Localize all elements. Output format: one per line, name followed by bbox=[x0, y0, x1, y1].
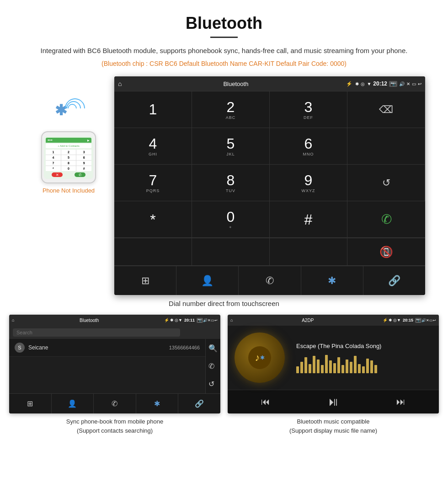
dial-key-8[interactable]: 8 TUV bbox=[192, 165, 270, 201]
eq-bar bbox=[300, 362, 303, 373]
eq-bar bbox=[317, 359, 320, 373]
dial-cell-empty-1: ⌫ bbox=[347, 91, 425, 128]
eq-bar bbox=[313, 356, 315, 373]
dial-key-0[interactable]: 0 + bbox=[192, 201, 270, 238]
dial-key-hash[interactable]: # bbox=[270, 201, 347, 238]
pb-bottom-nav: ⊞ 👤 ✆ ✱ 🔗 bbox=[9, 393, 220, 413]
nav-grid[interactable]: ⊞ bbox=[114, 266, 176, 295]
dial-cell-refresh[interactable]: ↺ bbox=[347, 165, 425, 201]
dial-key-9[interactable]: 9 WXYZ bbox=[270, 165, 347, 201]
phonebook-caption-line1: Sync phone-book from mobile phone bbox=[9, 417, 220, 426]
gps-icon: ◎ bbox=[361, 81, 365, 86]
dial-key-1[interactable]: 1 bbox=[114, 91, 192, 128]
next-button[interactable]: ⏭ bbox=[396, 397, 405, 407]
dial-key-star[interactable]: * bbox=[114, 201, 192, 238]
back-icon[interactable]: ↩ bbox=[418, 81, 421, 86]
volume-icon[interactable]: 🔊 bbox=[399, 81, 405, 86]
phone-key-4: 4 bbox=[46, 155, 61, 160]
bluetooth-album-icon: ✱ bbox=[260, 354, 265, 361]
music-panel: ⌂ A2DP ⚡ ✱ ◎ ▼ 20:15 📷 🔊 ✕ ▭ ↩ ♪ ✱ bbox=[228, 315, 439, 435]
main-caption: Dial number direct from touchscreen bbox=[0, 300, 448, 307]
music-controls: ⏮ ⏯ ⏭ bbox=[228, 390, 439, 413]
car-screen: ⌂ Bluetooth ⚡ ✱ ◎ ▼ 20:12 📷 🔊 ✕ ▭ ↩ 1 bbox=[114, 76, 425, 295]
play-pause-button[interactable]: ⏯ bbox=[327, 395, 339, 409]
phone-end-button: ✕ bbox=[52, 172, 63, 177]
refresh-side-icon[interactable]: ↺ bbox=[208, 380, 218, 388]
pb-gps-icon: ◎ bbox=[175, 318, 178, 322]
call-red-icon: 📵 bbox=[379, 246, 393, 258]
pb-camera-icon: 📷 bbox=[197, 318, 203, 323]
phonebook-caption-line2: (Support contacts searching) bbox=[9, 426, 220, 435]
music-camera-icon: 📷 bbox=[415, 318, 421, 323]
pb-title: Bluetooth bbox=[14, 318, 164, 323]
dial-key-7[interactable]: 7 PQRS bbox=[114, 165, 192, 201]
eq-bar bbox=[325, 355, 328, 373]
pb-nav-bluetooth[interactable]: ✱ bbox=[136, 394, 179, 413]
home-icon[interactable]: ⌂ bbox=[118, 80, 122, 87]
phone-side-icon[interactable]: ✆ bbox=[208, 362, 218, 370]
eq-bar bbox=[370, 360, 373, 373]
dial-num-3: 3 bbox=[304, 100, 313, 114]
phone-key-3: 3 bbox=[76, 150, 91, 155]
phone-not-included-label: Phone Not Included bbox=[43, 187, 95, 194]
phone-illustration: ✱ ●●●▶ + Add to Contacts 1 2 3 4 5 6 7 bbox=[23, 76, 114, 194]
eq-bar bbox=[296, 366, 299, 373]
pb-wifi-icon: ▼ bbox=[178, 318, 182, 322]
contact-name: Seicane bbox=[28, 344, 169, 351]
dial-key-5[interactable]: 5 JKL bbox=[192, 128, 270, 165]
pb-status-bar: ⌂ Bluetooth ⚡ ✱ ◎ ▼ 20:11 📷 🔊 ✕ ▭ ↩ bbox=[9, 315, 220, 326]
phone-keypad: 1 2 3 4 5 6 7 8 9 * 0 # bbox=[46, 150, 91, 171]
search-input[interactable] bbox=[13, 328, 180, 337]
pb-nav-person[interactable]: 👤 bbox=[52, 394, 94, 413]
eq-bar bbox=[354, 356, 357, 373]
music-body: ♪ ✱ Escape (The Pina Colada Song) bbox=[228, 326, 439, 390]
dial-num-8: 8 bbox=[227, 173, 235, 188]
dial-key-6[interactable]: 6 MNO bbox=[270, 128, 347, 165]
nav-person[interactable]: 👤 bbox=[176, 266, 239, 295]
prev-button[interactable]: ⏮ bbox=[261, 397, 270, 407]
camera-icon[interactable]: 📷 bbox=[389, 81, 397, 87]
pb-nav-link[interactable]: 🔗 bbox=[178, 394, 220, 413]
dial-cell-empty-5c bbox=[270, 238, 347, 266]
pb-empty-space bbox=[9, 357, 205, 393]
pb-nav-phone[interactable]: ✆ bbox=[94, 394, 136, 413]
search-side-icon[interactable]: 🔍 bbox=[208, 344, 218, 353]
eq-bar bbox=[304, 357, 307, 373]
close-icon[interactable]: ✕ bbox=[406, 81, 410, 86]
phone-key-8: 8 bbox=[61, 161, 76, 166]
dial-key-2[interactable]: 2 ABC bbox=[192, 91, 270, 128]
music-screen: ⌂ A2DP ⚡ ✱ ◎ ▼ 20:15 📷 🔊 ✕ ▭ ↩ ♪ ✱ bbox=[228, 315, 439, 413]
window-icon[interactable]: ▭ bbox=[412, 81, 416, 86]
dial-sub-3: DEF bbox=[304, 115, 313, 120]
dial-cell-call-green[interactable]: ✆ bbox=[347, 201, 425, 238]
dial-num-7: 7 bbox=[149, 173, 157, 188]
list-item[interactable]: S Seicane 13566664466 bbox=[9, 339, 205, 357]
nav-bluetooth[interactable]: ✱ bbox=[301, 266, 363, 295]
dial-key-3[interactable]: 3 DEF bbox=[270, 91, 347, 128]
delete-icon[interactable]: ⌫ bbox=[379, 104, 393, 116]
phone-add-contact: + Add to Contacts bbox=[46, 144, 91, 148]
usb-icon: ⚡ bbox=[346, 81, 352, 87]
dial-num-2: 2 bbox=[227, 100, 235, 114]
dial-cell-empty-5b bbox=[192, 238, 270, 266]
pb-win-icon: ▭ bbox=[211, 318, 214, 322]
dial-num-4: 4 bbox=[149, 136, 157, 151]
pb-search-bar bbox=[9, 326, 220, 339]
subtitle-text: Integrated with BC6 Bluetooth module, su… bbox=[0, 45, 448, 56]
nav-phone[interactable]: ✆ bbox=[239, 266, 301, 295]
phone-screen: ●●●▶ + Add to Contacts 1 2 3 4 5 6 7 8 9… bbox=[44, 136, 93, 179]
title-underline bbox=[210, 37, 238, 38]
dial-key-4[interactable]: 4 GHI bbox=[114, 128, 192, 165]
eq-bar bbox=[341, 365, 344, 373]
status-time: 20:12 bbox=[373, 80, 387, 87]
phone-key-2: 2 bbox=[61, 150, 76, 155]
pb-nav-grid[interactable]: ⊞ bbox=[9, 394, 52, 413]
contact-initial: S bbox=[15, 343, 25, 353]
dial-num-hash: # bbox=[304, 212, 313, 227]
music-usb-icon: ⚡ bbox=[383, 318, 388, 322]
nav-link[interactable]: 🔗 bbox=[363, 266, 425, 295]
dial-cell-call-red[interactable]: 📵 bbox=[347, 238, 425, 266]
music-caption-line1: Bluetooth music compatible bbox=[228, 417, 439, 426]
pb-side-icons: 🔍 ✆ ↺ bbox=[205, 339, 220, 393]
album-art-inner: ♪ ✱ bbox=[248, 346, 271, 369]
